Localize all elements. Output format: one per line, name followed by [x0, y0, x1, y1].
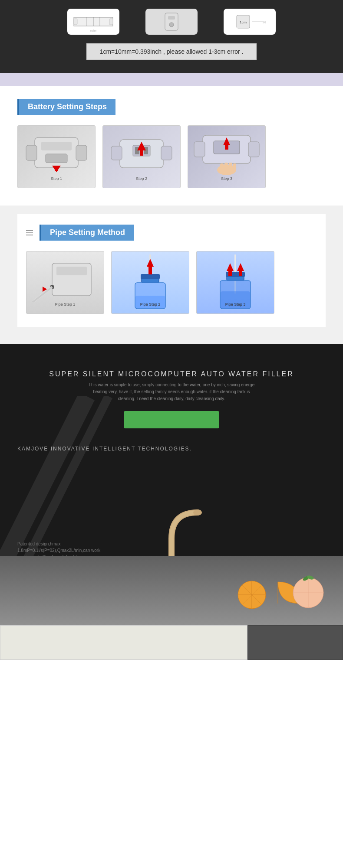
- svg-rect-29: [140, 150, 143, 156]
- icon-line-2: [26, 232, 33, 233]
- battery-section-title: Battery Setting Steps: [17, 99, 115, 115]
- pipe-step-3: Pipe Step 3: [196, 251, 274, 314]
- battery-step-1: Step 1: [17, 125, 96, 188]
- pipe-section: Pipe Setting Method Pipe Step 1: [0, 206, 343, 344]
- svg-text:Step 1: Step 1: [51, 176, 62, 181]
- svg-rect-37: [224, 163, 228, 172]
- svg-rect-39: [233, 163, 236, 171]
- lavender-divider: [0, 73, 343, 86]
- pipe-title-wrapper: Pipe Setting Method: [26, 225, 134, 241]
- measurement-text: 1cm=10mm=0.393inch , please allowed 1-3c…: [100, 48, 244, 55]
- svg-rect-17: [41, 142, 72, 150]
- svg-text:1cm: 1cm: [240, 20, 247, 24]
- measurement-section: ruler 1cm IN 1cm=10mm=0.393inch , please…: [0, 0, 343, 73]
- pipe-section-title: Pipe Setting Method: [40, 225, 134, 241]
- battery-step-1-visual: Step 1: [18, 126, 95, 188]
- bottom-right-panel: [247, 625, 343, 660]
- svg-text:IN: IN: [263, 21, 266, 24]
- svg-point-75: [193, 509, 202, 516]
- svg-rect-7: [165, 13, 178, 30]
- svg-rect-20: [55, 166, 58, 171]
- svg-point-9: [169, 23, 174, 27]
- ruler-images: ruler 1cm IN: [67, 9, 276, 35]
- battery-step-2-visual: Step 2: [103, 126, 180, 188]
- svg-text:Pipe Step 2: Pipe Step 2: [140, 302, 161, 307]
- svg-marker-65: [237, 263, 244, 271]
- svg-text:Step 2: Step 2: [136, 176, 147, 181]
- bottom-left-panel: [0, 625, 247, 660]
- icon-line-1: [26, 230, 33, 231]
- battery-section-header: Battery Setting Steps: [17, 99, 326, 115]
- icon-line-3: [26, 235, 33, 235]
- battery-step-2: Step 2: [102, 125, 181, 188]
- svg-rect-36: [220, 163, 224, 172]
- battery-steps-images: Step 1: [17, 125, 326, 188]
- svg-rect-32: [194, 142, 205, 157]
- svg-line-47: [33, 287, 52, 302]
- bottom-bar: [0, 625, 343, 660]
- pipe-icon-lines: [26, 230, 33, 235]
- pipe-step-1: Pipe Step 1: [26, 251, 104, 314]
- svg-rect-15: [26, 145, 37, 160]
- pipe-section-inner: Pipe Setting Method Pipe Step 1: [17, 214, 326, 327]
- svg-text:Step 3: Step 3: [221, 176, 232, 181]
- svg-rect-1: [74, 19, 77, 25]
- svg-rect-2: [109, 19, 113, 25]
- svg-text:Pipe Step 1: Pipe Step 1: [55, 302, 76, 307]
- battery-step-3: Step 3: [188, 125, 266, 188]
- green-button[interactable]: [124, 411, 219, 428]
- svg-rect-33: [248, 142, 259, 157]
- battery-section: Battery Setting Steps: [0, 86, 343, 206]
- pipe-step-2: Pipe Step 2: [111, 251, 189, 314]
- measurement-banner: 1cm=10mm=0.393inch , please allowed 1-3c…: [86, 43, 257, 60]
- svg-text:ruler: ruler: [90, 29, 97, 32]
- ruler-img-1: ruler: [67, 9, 119, 35]
- svg-text:Pipe Step 3: Pipe Step 3: [225, 302, 246, 307]
- svg-rect-24: [161, 146, 172, 160]
- ruler-img-2: [145, 9, 198, 35]
- counter-top: [0, 556, 343, 625]
- ruler-img-3: 1cm IN: [224, 9, 276, 35]
- svg-rect-52: [141, 274, 160, 279]
- pipe-section-header: Pipe Setting Method: [26, 225, 317, 241]
- svg-marker-63: [227, 263, 234, 271]
- svg-rect-56: [148, 267, 152, 274]
- fruits-svg: [234, 560, 330, 621]
- svg-rect-23: [111, 146, 122, 160]
- dark-title: SUPER SILENT MICROCOMPUTER AUTO WATER FI…: [17, 370, 326, 378]
- svg-rect-44: [56, 267, 87, 275]
- svg-rect-8: [168, 16, 175, 20]
- svg-rect-16: [76, 145, 87, 160]
- svg-rect-18: [46, 154, 67, 163]
- svg-rect-41: [225, 145, 228, 150]
- svg-marker-55: [147, 259, 154, 267]
- svg-rect-66: [239, 271, 242, 276]
- svg-rect-64: [228, 271, 232, 276]
- pipe-steps-images: Pipe Step 1: [26, 251, 317, 314]
- battery-step-3-visual: Step 3: [188, 126, 265, 188]
- svg-rect-38: [229, 163, 232, 172]
- dark-section: SUPER SILENT MICROCOMPUTER AUTO WATER FI…: [0, 344, 343, 625]
